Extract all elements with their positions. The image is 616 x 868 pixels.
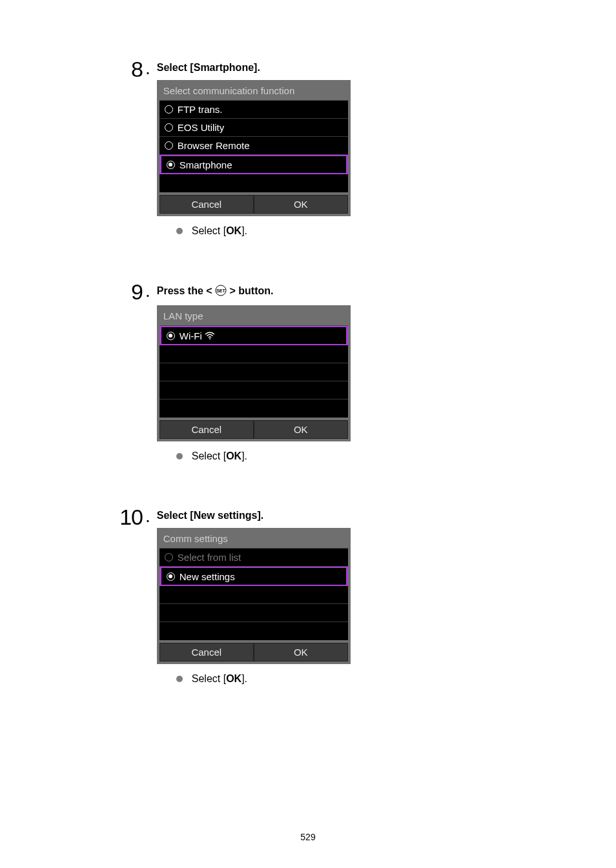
ok-button[interactable]: OK — [254, 643, 348, 661]
svg-text:SET: SET — [216, 288, 225, 293]
sub-bullet: Select [OK]. — [176, 450, 351, 462]
sub-post: ]. — [241, 673, 247, 684]
screen-footer: Cancel OK — [159, 643, 348, 661]
step-9: 9 . Press the < SET > button. LAN type W… — [0, 281, 616, 467]
bullet-icon — [176, 676, 183, 682]
radio-icon — [165, 141, 173, 150]
empty-row — [159, 174, 348, 192]
ok-button[interactable]: OK — [254, 420, 348, 439]
screen-footer: Cancel OK — [159, 195, 348, 214]
sub-pre: Select [ — [192, 225, 226, 236]
camera-screenshot: LAN type Wi-Fi — [157, 305, 351, 441]
option-smartphone[interactable]: Smartphone — [159, 155, 348, 174]
radio-icon — [165, 553, 173, 561]
cancel-button[interactable]: Cancel — [159, 420, 254, 439]
screen-list: FTP trans. EOS Utility Browser Remote Sm… — [159, 100, 348, 192]
cancel-button[interactable]: Cancel — [159, 643, 254, 661]
sub-bold: OK — [226, 225, 241, 236]
screen-list: Select from list New settings — [159, 548, 348, 640]
step-number-dot: . — [145, 506, 150, 527]
option-label: FTP trans. — [178, 104, 223, 115]
sub-bullets: Select [OK]. — [157, 673, 351, 685]
title-bold: New settings — [194, 510, 258, 521]
title-post: ]. — [254, 62, 260, 73]
option-ftp[interactable]: FTP trans. — [159, 101, 348, 119]
sub-pre: Select [ — [192, 673, 226, 684]
bullet-icon — [176, 228, 183, 234]
option-label: Wi-Fi — [180, 330, 202, 341]
screen-title: Select communication function — [159, 83, 348, 100]
set-button-icon: SET — [215, 285, 227, 299]
radio-icon — [167, 572, 175, 581]
option-select-from-list[interactable]: Select from list — [159, 549, 348, 567]
option-eos-utility[interactable]: EOS Utility — [159, 119, 348, 137]
step-title: Press the < SET > button. — [157, 285, 351, 299]
screen-list: Wi-Fi — [159, 325, 348, 418]
option-label: Select from list — [178, 552, 241, 563]
step-title: Select [Smartphone]. — [157, 62, 351, 74]
option-label: Smartphone — [180, 159, 232, 170]
radio-icon — [167, 161, 175, 169]
empty-row — [159, 604, 348, 622]
title-post: > button. — [227, 285, 273, 296]
step-body: Select [New settings]. Comm settings Sel… — [157, 506, 351, 690]
option-new-settings[interactable]: New settings — [159, 567, 348, 586]
title-bold: Smartphone — [194, 62, 254, 73]
cancel-button[interactable]: Cancel — [159, 195, 254, 214]
step-number: 9 — [107, 281, 143, 303]
svg-point-2 — [209, 338, 210, 339]
sub-bold: OK — [226, 673, 241, 684]
sub-text: Select [OK]. — [192, 450, 247, 462]
sub-text: Select [OK]. — [192, 225, 247, 237]
step-number: 8 — [107, 58, 143, 80]
sub-bullets: Select [OK]. — [157, 225, 351, 237]
sub-bullet: Select [OK]. — [176, 673, 351, 685]
option-browser-remote[interactable]: Browser Remote — [159, 137, 348, 155]
sub-text: Select [OK]. — [192, 673, 247, 685]
screen-title: Comm settings — [159, 530, 348, 548]
empty-row — [159, 363, 348, 381]
step-8: 8 . Select [Smartphone]. Select communic… — [0, 58, 616, 242]
sub-pre: Select [ — [192, 450, 226, 461]
screen-footer: Cancel OK — [159, 420, 348, 439]
camera-screenshot: Comm settings Select from list New setti… — [157, 528, 351, 664]
manual-page: 8 . Select [Smartphone]. Select communic… — [0, 0, 616, 868]
step-title: Select [New settings]. — [157, 510, 351, 521]
wifi-icon — [205, 332, 215, 339]
empty-row — [159, 381, 348, 399]
step-number-dot: . — [145, 58, 150, 79]
bullet-icon — [176, 453, 183, 459]
title-pre: Select [ — [157, 62, 194, 73]
title-pre: Select [ — [157, 510, 194, 521]
camera-screenshot: Select communication function FTP trans.… — [157, 80, 351, 216]
step-number: 10 — [107, 506, 143, 528]
empty-row — [159, 622, 348, 640]
sub-bullet: Select [OK]. — [176, 225, 351, 237]
title-pre: Press the < — [157, 285, 215, 296]
step-10: 10 . Select [New settings]. Comm setting… — [0, 506, 616, 690]
option-label: EOS Utility — [178, 122, 225, 133]
sub-post: ]. — [241, 225, 247, 236]
sub-bold: OK — [226, 450, 241, 461]
step-body: Select [Smartphone]. Select communicatio… — [157, 58, 351, 242]
option-label: Browser Remote — [178, 140, 250, 151]
screen-title: LAN type — [159, 308, 348, 325]
option-wifi[interactable]: Wi-Fi — [159, 326, 348, 345]
radio-icon — [167, 332, 175, 340]
empty-row — [159, 586, 348, 604]
empty-row — [159, 399, 348, 418]
radio-icon — [165, 105, 173, 114]
option-label: New settings — [180, 571, 235, 582]
step-body: Press the < SET > button. LAN type Wi-Fi — [157, 281, 351, 467]
title-post: ]. — [257, 510, 263, 521]
sub-bullets: Select [OK]. — [157, 450, 351, 462]
step-number-dot: . — [145, 281, 150, 301]
ok-button[interactable]: OK — [254, 195, 348, 214]
sub-post: ]. — [241, 450, 247, 461]
page-number: 529 — [0, 832, 616, 842]
empty-row — [159, 345, 348, 363]
radio-icon — [165, 123, 173, 132]
